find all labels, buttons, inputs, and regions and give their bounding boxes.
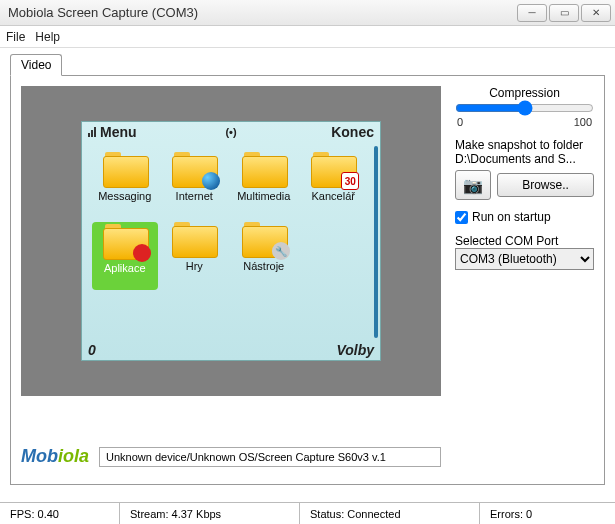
- folder-icon: [242, 152, 286, 188]
- statusbar: FPS: 0.40 Stream: 4.37 Kbps Status: Conn…: [0, 502, 615, 524]
- phone-app-label: Nástroje: [243, 260, 284, 272]
- phone-app-icon[interactable]: Aplikace: [92, 222, 158, 290]
- phone-app-icon[interactable]: Internet: [162, 152, 228, 220]
- run-on-startup-row[interactable]: Run on startup: [455, 210, 594, 224]
- phone-app-label: Aplikace: [104, 262, 146, 274]
- folder-icon: [103, 224, 147, 260]
- status-fps: FPS: 0.40: [0, 503, 120, 524]
- snapshot-button[interactable]: 📷: [455, 170, 491, 200]
- phone-screen: Menu (•) Konec MessagingInternetMultimed…: [81, 121, 381, 361]
- com-port-select[interactable]: COM3 (Bluetooth): [455, 248, 594, 270]
- window-title: Mobiola Screen Capture (COM3): [8, 5, 517, 20]
- status-errors: Errors: 0: [480, 503, 615, 524]
- menu-help[interactable]: Help: [35, 30, 60, 44]
- compression-slider[interactable]: [455, 100, 594, 116]
- status-stream: Stream: 4.37 Kbps: [120, 503, 300, 524]
- minimize-button[interactable]: ─: [517, 4, 547, 22]
- red-badge-icon: [133, 244, 151, 262]
- phone-app-icon[interactable]: 30Kancelář: [301, 152, 367, 220]
- titlebar: Mobiola Screen Capture (COM3) ─ ▭ ✕: [0, 0, 615, 26]
- phone-app-label: Hry: [186, 260, 203, 272]
- phone-app-label: Kancelář: [312, 190, 355, 202]
- phone-right-softkey[interactable]: Konec: [331, 124, 374, 140]
- phone-bottom-left: 0: [88, 342, 96, 358]
- run-on-startup-checkbox[interactable]: [455, 211, 468, 224]
- phone-app-label: Internet: [176, 190, 213, 202]
- compression-min: 0: [457, 116, 463, 128]
- folder-icon: [172, 222, 216, 258]
- phone-app-icon[interactable]: 🔧Nástroje: [231, 222, 297, 290]
- phone-icon-grid: MessagingInternetMultimedia30KancelářApl…: [92, 152, 366, 290]
- compression-max: 100: [574, 116, 592, 128]
- folder-icon: 🔧: [242, 222, 286, 258]
- tab-strip: Video: [10, 54, 605, 76]
- close-button[interactable]: ✕: [581, 4, 611, 22]
- phone-app-icon[interactable]: Messaging: [92, 152, 158, 220]
- preview-area: Menu (•) Konec MessagingInternetMultimed…: [21, 86, 441, 396]
- phone-menu-title: Menu: [100, 124, 331, 140]
- phone-app-label: Messaging: [98, 190, 151, 202]
- phone-scrollbar[interactable]: [374, 146, 378, 338]
- folder-icon: [103, 152, 147, 188]
- window-controls: ─ ▭ ✕: [517, 4, 611, 22]
- snapshot-path: D:\Documents and S...: [455, 152, 594, 166]
- globe-badge-icon: [202, 172, 220, 190]
- wrench-badge-icon: 🔧: [272, 242, 290, 260]
- phone-app-icon[interactable]: Hry: [162, 222, 228, 290]
- signal-icon: [88, 127, 96, 137]
- browse-button[interactable]: Browse..: [497, 173, 594, 197]
- menubar: File Help: [0, 26, 615, 48]
- device-info: Unknown device/Unknown OS/Screen Capture…: [99, 447, 441, 467]
- mobiola-logo: Mobiola: [21, 446, 89, 467]
- maximize-button[interactable]: ▭: [549, 4, 579, 22]
- tab-video[interactable]: Video: [10, 54, 62, 76]
- folder-icon: 30: [311, 152, 355, 188]
- com-port-label: Selected COM Port: [455, 234, 594, 248]
- phone-top-indicator: (•): [225, 126, 236, 138]
- cal-badge-icon: 30: [341, 172, 359, 190]
- phone-app-icon[interactable]: Multimedia: [231, 152, 297, 220]
- snapshot-label: Make snapshot to folder: [455, 138, 594, 152]
- phone-app-label: Multimedia: [237, 190, 290, 202]
- run-on-startup-label: Run on startup: [472, 210, 551, 224]
- side-panel: Compression 0 100 Make snapshot to folde…: [455, 86, 594, 474]
- folder-icon: [172, 152, 216, 188]
- content-panel: Menu (•) Konec MessagingInternetMultimed…: [10, 75, 605, 485]
- compression-label: Compression: [455, 86, 594, 100]
- status-connection: Status: Connected: [300, 503, 480, 524]
- phone-bottom-right[interactable]: Volby: [336, 342, 374, 358]
- menu-file[interactable]: File: [6, 30, 25, 44]
